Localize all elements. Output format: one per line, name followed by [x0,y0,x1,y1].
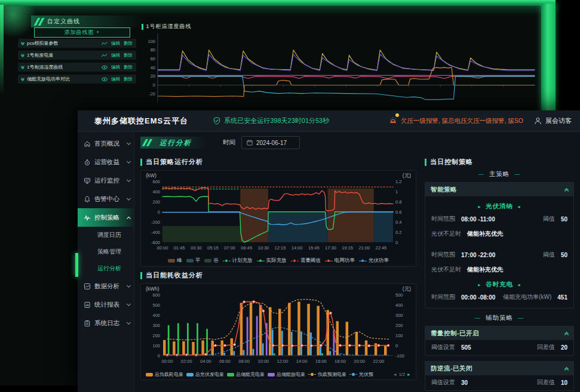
delete-button[interactable]: 删除 [124,41,133,47]
sidebar-subitem-strategy-management[interactable]: 策略管理 [78,243,134,260]
green-frame-top [0,0,556,6]
user-icon[interactable] [534,117,542,125]
section-energy-income: 当日能耗收益分析 [140,271,416,280]
smart-strategy-card: 智能策略 光伏消纳 时间范围 08:00 -11:00 阈值50 [425,182,574,308]
svg-text:06:00: 06:00 [219,359,231,364]
anti-backflow-card: 防逆流-已关闭 阈值设置 30 回差值10 [425,361,574,391]
curve-list-item[interactable]: 1号柜发电量 编辑 删除 [18,51,136,60]
sidebar-item-system-log[interactable]: 系统日志 [78,314,134,332]
chevron-down-icon [127,177,131,181]
svg-text:-600: -600 [151,240,160,245]
user-menu[interactable]: 展会访客 [534,116,572,125]
svg-text:22:45: 22:45 [376,245,387,251]
report-icon [84,301,91,308]
collapse-chevron-icon[interactable] [565,332,568,335]
curve-list-item[interactable]: 1号柜温湿度曲线 编辑 删除 [18,63,136,72]
legend-item-load-consumption[interactable]: 总负载耗电量 [146,371,183,378]
legend-item-valley[interactable]: 谷 [204,257,219,264]
control-strategy-column: 当日控制策略 主策略 智能策略 光伏消纳 时间范围 [425,153,580,392]
svg-text:00:00: 00:00 [157,245,168,251]
sidebar-item-revenue[interactable]: 运营收益 [78,153,134,171]
charts-column: 当日策略运行分析 (kW) (元) 6004002000-200-400-600… [140,153,416,392]
collapse-chevron-icon[interactable] [565,368,568,370]
svg-text:0: 0 [395,343,398,348]
sidebar-item-monitoring[interactable]: 运行监控 [78,171,134,190]
delete-button[interactable]: 删除 [124,53,133,58]
edit-button[interactable]: 编辑 [111,41,120,47]
legend-next-page-button[interactable] [407,372,411,377]
curve-item-label: 1号柜温湿度曲线 [27,64,63,70]
sidebar-item-data-analysis[interactable]: 数据分析 [78,277,134,295]
legend-item-actual[interactable]: 实际充放 [257,257,287,264]
legend-item-grid-power[interactable]: 电网功率 [325,257,355,264]
anti-backflow-card-header: 防逆流-已关闭 [425,362,573,375]
delete-button[interactable]: 删除 [124,76,133,82]
delete-button[interactable]: 删除 [124,64,133,70]
sidebar-item-reports[interactable]: 统计报表 [78,295,134,314]
chevron-down-icon [127,159,131,163]
svg-text:80: 80 [151,47,155,53]
sidebar-subitem-run-analysis[interactable]: 运行分析 [78,260,134,277]
svg-text:07:00: 07:00 [224,245,235,251]
edit-button[interactable]: 编辑 [111,76,120,82]
green-frame-right [541,4,556,115]
svg-text:08:00: 08:00 [238,359,250,364]
page-title: 运行分析 [159,138,192,147]
svg-text:21:00: 21:00 [358,245,370,251]
collapse-chevron-icon[interactable] [565,189,568,191]
legend-item-pv-power[interactable]: 光伏功率 [359,257,389,264]
svg-text:-100: -100 [395,353,404,359]
svg-text:-20: -20 [149,91,155,97]
svg-text:400: 400 [395,303,403,308]
legend-item-flat[interactable]: 平 [186,257,201,264]
legend-item-load-forecast[interactable]: 负载预测电量 [308,371,346,378]
legend-pagination: 1/2 [393,372,411,377]
energy-chart-canvas: 60050040030020010005004003002001000-1000… [145,291,410,364]
svg-text:500: 500 [152,303,160,308]
curve-list-item[interactable]: 储能充放电功率对比 编辑 删除 [18,75,136,84]
svg-text:60: 60 [151,56,155,61]
sidebar-item-alarm-center[interactable]: 告警中心 [78,190,134,208]
app-title: 泰州多储联控EMS云平台 [94,116,188,126]
alarm-icon[interactable] [389,116,397,124]
svg-text:04:00: 04:00 [200,359,211,364]
shield-check-icon [213,117,220,125]
curve-icon[interactable] [102,41,108,46]
eye-icon[interactable] [102,77,108,82]
legend-item-storage-discharge[interactable]: 总储能放电量 [268,371,305,378]
legend-item-pv-forecast[interactable]: 光伏预 [349,371,373,378]
card-title: 需量控制-已开启 [431,329,479,338]
svg-text:17:30: 17:30 [325,245,336,251]
eye-icon[interactable] [102,65,108,70]
sidebar-subitem-schedule-calendar[interactable]: 调度日历 [78,227,134,243]
legend-item-peak[interactable]: 峰 [168,257,182,264]
sidebar-item-control-strategy[interactable]: 控制策略 [78,208,134,227]
curve-icon[interactable] [102,53,108,58]
curve-list-item[interactable]: pcs模拟量参数 编辑 删除 [18,39,136,48]
legend-prev-page-button[interactable] [393,372,397,377]
legend-item-planned[interactable]: 计划充放 [223,257,253,264]
sidebar-item-home-overview[interactable]: 首页概况 [78,134,134,153]
svg-text:12:00: 12:00 [277,359,289,364]
curve-item-label: 储能充放电功率对比 [27,76,70,82]
edit-button[interactable]: 编辑 [111,53,120,58]
edit-button[interactable]: 编辑 [111,64,120,70]
sidebar-item-label: 运营收益 [94,158,119,166]
chevron-up-icon [127,216,131,220]
bell-icon [84,196,91,203]
add-curve-button[interactable]: 添加曲线图 + [34,27,130,38]
legend-item-storage-charge[interactable]: 总储能充电量 [227,371,265,378]
monitor-icon [84,177,91,184]
legend-item-pv-generation[interactable]: 总光伏发电量 [186,371,224,378]
custom-curves-title-text: 自定义曲线 [47,17,80,26]
section-bar-decoration [140,159,142,166]
section-title: 当日策略运行分析 [146,158,203,166]
svg-text:02:00: 02:00 [181,359,192,364]
date-picker-input[interactable]: 2024-06-17 [241,136,300,149]
data-analysis-icon [84,283,91,290]
svg-text:500: 500 [395,292,403,298]
chevron-double-down-icon [22,66,24,69]
alarm-ticker[interactable]: 欠压一级报警, 簇总电压欠压一级报警, 簇SO [389,116,523,126]
control-strategy-submenu: 调度日历 策略管理 运行分析 [78,227,134,277]
legend-item-demand-threshold[interactable]: 需量阈值 [291,257,321,264]
